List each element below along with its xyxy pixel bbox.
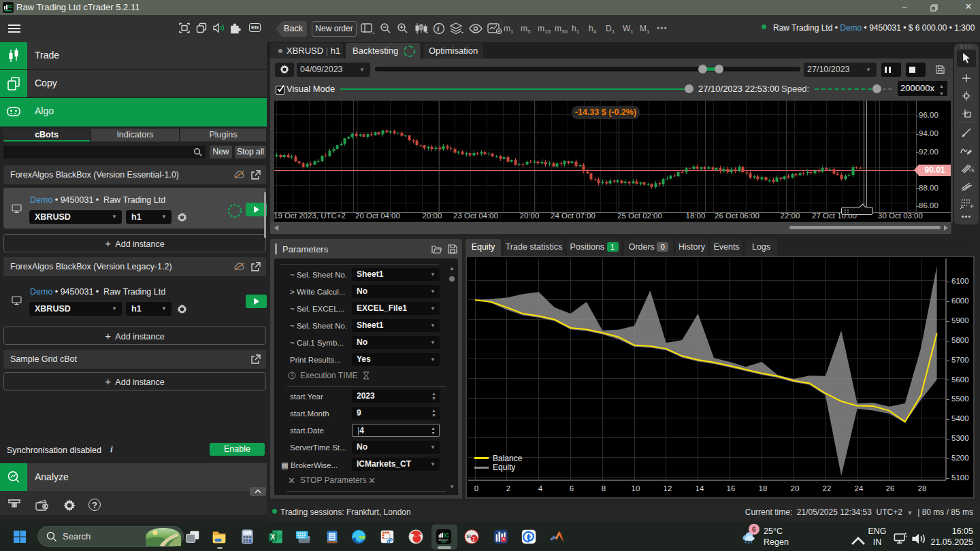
svg-text:7: 7 (472, 537, 475, 541)
svg-text:Markets: Markets (438, 538, 448, 541)
svg-text:X: X (271, 533, 276, 541)
svg-text:Ɛ́: Ɛ́ (972, 167, 975, 173)
svg-text:F: F (970, 203, 974, 210)
svg-text:f: f (437, 24, 440, 33)
svg-text:IC: IC (8, 4, 13, 9)
svg-text:P: P (527, 534, 531, 541)
